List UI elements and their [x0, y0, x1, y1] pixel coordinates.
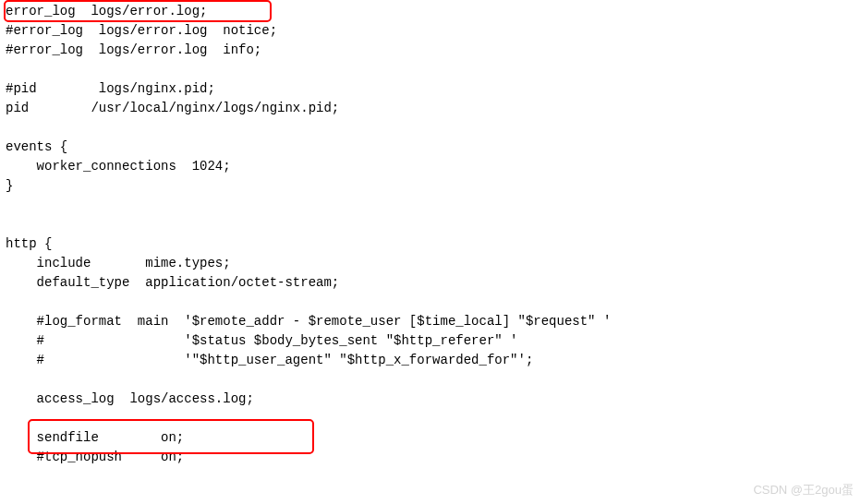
config-line: sendfile on;: [6, 428, 861, 448]
config-line: access_log logs/access.log;: [6, 390, 861, 409]
config-line: }: [6, 176, 861, 196]
config-line: # '"$http_user_agent" "$http_x_forwarded…: [6, 351, 861, 370]
config-line: #tcp_nopush on;: [6, 448, 861, 467]
config-line: [6, 60, 861, 79]
config-line: http {: [6, 234, 861, 254]
config-line: [6, 196, 861, 215]
config-line: #log_format main '$remote_addr - $remote…: [6, 312, 861, 331]
config-line: default_type application/octet-stream;: [6, 273, 861, 293]
config-line: #pid logs/nginx.pid;: [6, 79, 861, 99]
config-line: # '$status $body_bytes_sent "$http_refer…: [6, 331, 861, 351]
config-line: [6, 293, 861, 312]
config-line: events {: [6, 138, 861, 157]
watermark-text: CSDN @王2gou蛋: [753, 481, 854, 499]
config-line: include mime.types;: [6, 254, 861, 273]
config-line: [6, 409, 861, 428]
config-line: pid /usr/local/nginx/logs/nginx.pid;: [6, 99, 861, 118]
config-line: error_log logs/error.log;: [6, 2, 861, 21]
config-line: [6, 370, 861, 390]
config-line: #error_log logs/error.log info;: [6, 41, 861, 60]
config-line: [6, 118, 861, 138]
config-line: worker_connections 1024;: [6, 157, 861, 176]
config-line: [6, 215, 861, 234]
config-line: #error_log logs/error.log notice;: [6, 21, 861, 41]
